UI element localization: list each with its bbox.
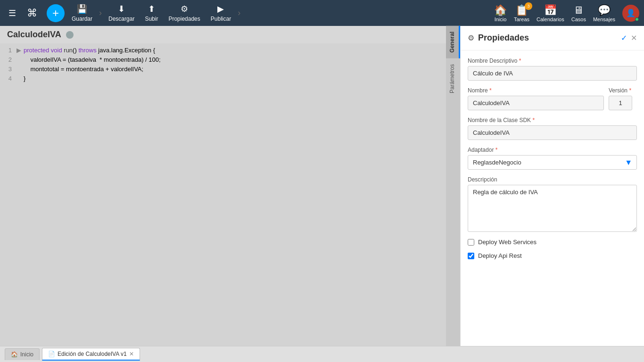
propiedades-button[interactable]: ⚙ Propiedades — [164, 1, 205, 25]
checkbox-row-deploy-api: Deploy Api Rest — [468, 252, 637, 259]
download-icon: ⬇ — [118, 4, 125, 14]
descargar-button[interactable]: ⬇ Descargar — [104, 1, 139, 25]
calendar-icon: 📅 — [544, 4, 557, 16]
subir-label: Subir — [145, 16, 158, 22]
code-header: CalculodeIVA — [0, 26, 446, 43]
app-logo: ⌘ — [22, 5, 42, 22]
tab-edicion[interactable]: 📄 Edición de CalculodeIVA v1 ✕ — [42, 348, 140, 361]
input-version[interactable] — [609, 96, 632, 110]
home-tab-icon: 🏠 — [11, 351, 18, 358]
home-icon: 🏠 — [494, 4, 507, 16]
tab-parametros[interactable]: Parámetros — [446, 58, 460, 99]
doc-tab-icon: 📄 — [48, 351, 55, 357]
tab-inicio[interactable]: 🏠 Inicio — [5, 348, 40, 360]
line-num-3: 3 — [2, 65, 17, 74]
user-avatar[interactable]: 👤 — [622, 5, 639, 22]
adaptador-select-wrapper: ReglasdeNegocio Otro ▼ — [468, 155, 637, 170]
checkbox-deploy-api[interactable] — [468, 253, 474, 259]
field-adaptador: Adaptador * ReglasdeNegocio Otro ▼ — [468, 147, 637, 170]
code-editor: CalculodeIVA 1 ▶ protected void run() th… — [0, 26, 446, 346]
bottom-tabs: 🏠 Inicio 📄 Edición de CalculodeIVA v1 ✕ — [0, 346, 644, 362]
subir-button[interactable]: ⬆ Subir — [140, 1, 163, 25]
input-nombre-descriptivo[interactable] — [468, 66, 637, 81]
checkbox-row-deploy-web: Deploy Web Services — [468, 239, 637, 246]
nav-casos[interactable]: 🖥 Casos — [571, 4, 586, 22]
label-sdk-class: Nombre de la Clase SDK * — [468, 117, 637, 123]
label-version: Versión * — [609, 87, 637, 94]
field-nombre: Nombre * — [468, 87, 604, 110]
mensajes-label: Mensajes — [593, 16, 615, 22]
properties-title: Propiedades — [478, 33, 617, 43]
properties-header: ⚙ Propiedades ✓ ✕ — [461, 26, 644, 50]
publicar-button[interactable]: ▶ Publicar — [206, 1, 236, 25]
label-deploy-api: Deploy Api Rest — [478, 252, 522, 259]
guardar-button[interactable]: 💾 Guardar — [67, 1, 97, 25]
nav-inicio[interactable]: 🏠 Inicio — [494, 4, 507, 22]
nav-calendarios[interactable]: 📅 Calendarios — [537, 4, 564, 22]
line-marker-3 — [17, 65, 24, 74]
line-num-1: 1 — [2, 46, 17, 55]
tab-edicion-label: Edición de CalculodeIVA v1 — [58, 351, 127, 357]
guardar-label: Guardar — [72, 16, 92, 22]
nav-mensajes[interactable]: 💬 Mensajes — [593, 4, 615, 22]
tareas-label: Tareas — [514, 16, 529, 22]
gear-icon: ⚙ — [468, 33, 474, 42]
properties-body: Nombre Descriptivo * Nombre * Versión * — [461, 50, 644, 266]
textarea-descripcion[interactable]: Regla de cálculo de IVA — [468, 185, 637, 232]
field-descripcion: Descripción Regla de cálculo de IVA — [468, 176, 637, 232]
inicio-label: Inicio — [495, 16, 507, 22]
row-nombre-version: Nombre * Versión * — [468, 87, 637, 110]
save-icon: 💾 — [77, 4, 87, 14]
label-descripcion: Descripción — [468, 176, 637, 183]
propiedades-label: Propiedades — [168, 16, 200, 22]
divider-2: › — [237, 8, 241, 18]
line-content-1: protected void run() throws java.lang.Ex… — [24, 46, 444, 55]
tareas-badge: 3 — [525, 2, 532, 10]
status-indicator — [66, 31, 74, 39]
line-content-4: } — [24, 74, 444, 83]
casos-label: Casos — [571, 16, 586, 22]
add-button[interactable]: + — [47, 4, 65, 22]
tab-inicio-label: Inicio — [20, 351, 33, 358]
line-content-3: montototal = montoentrada + valordelIVA; — [24, 65, 444, 74]
side-tabs: General Parámetros — [446, 26, 460, 346]
top-navigation: ☰ ⌘ + 💾 Guardar › ⬇ Descargar ⬆ Subir ⚙ … — [0, 0, 644, 26]
main-area: CalculodeIVA 1 ▶ protected void run() th… — [0, 26, 644, 346]
divider-1: › — [98, 8, 103, 18]
line-marker-1: ▶ — [17, 46, 24, 55]
code-body[interactable]: 1 ▶ protected void run() throws java.lan… — [0, 43, 446, 346]
input-nombre[interactable] — [468, 96, 604, 110]
nav-tareas[interactable]: 📋 3 Tareas — [514, 4, 529, 22]
field-sdk-class: Nombre de la Clase SDK * — [468, 117, 637, 140]
label-deploy-web: Deploy Web Services — [478, 239, 537, 246]
select-adaptador[interactable]: ReglasdeNegocio Otro — [468, 155, 637, 170]
publicar-label: Publicar — [211, 16, 231, 22]
chat-icon: 💬 — [598, 4, 611, 16]
tab-close-button[interactable]: ✕ — [129, 351, 134, 357]
calendarios-label: Calendarios — [537, 16, 564, 22]
tab-general[interactable]: General — [446, 26, 460, 58]
confirm-icon[interactable]: ✓ — [621, 33, 627, 42]
play-icon: ▶ — [217, 4, 224, 14]
properties-icon: ⚙ — [181, 4, 188, 14]
field-version: Versión * — [609, 87, 637, 110]
close-icon[interactable]: ✕ — [631, 33, 637, 42]
label-nombre: Nombre * — [468, 87, 604, 94]
line-content-2: valordelIVA = (tasadeiva * montoentrada)… — [24, 55, 444, 65]
code-line-4: 4 } — [0, 74, 446, 83]
line-marker-2 — [17, 55, 24, 65]
label-adaptador: Adaptador * — [468, 147, 637, 153]
checkbox-deploy-web[interactable] — [468, 239, 474, 246]
line-marker-4 — [17, 74, 24, 83]
field-nombre-descriptivo: Nombre Descriptivo * — [468, 58, 637, 81]
descargar-label: Descargar — [108, 16, 134, 22]
hamburger-menu[interactable]: ☰ — [5, 6, 20, 21]
screen-icon: 🖥 — [573, 4, 584, 16]
label-nombre-descriptivo: Nombre Descriptivo * — [468, 58, 637, 64]
nav-right: 🏠 Inicio 📋 3 Tareas 📅 Calendarios 🖥 Caso… — [494, 4, 639, 22]
input-sdk-class[interactable] — [468, 125, 637, 140]
properties-panel: ⚙ Propiedades ✓ ✕ Nombre Descriptivo * N… — [460, 26, 644, 346]
line-num-2: 2 — [2, 55, 17, 65]
code-line-3: 3 montototal = montoentrada + valordelIV… — [0, 65, 446, 74]
line-num-4: 4 — [2, 74, 17, 83]
